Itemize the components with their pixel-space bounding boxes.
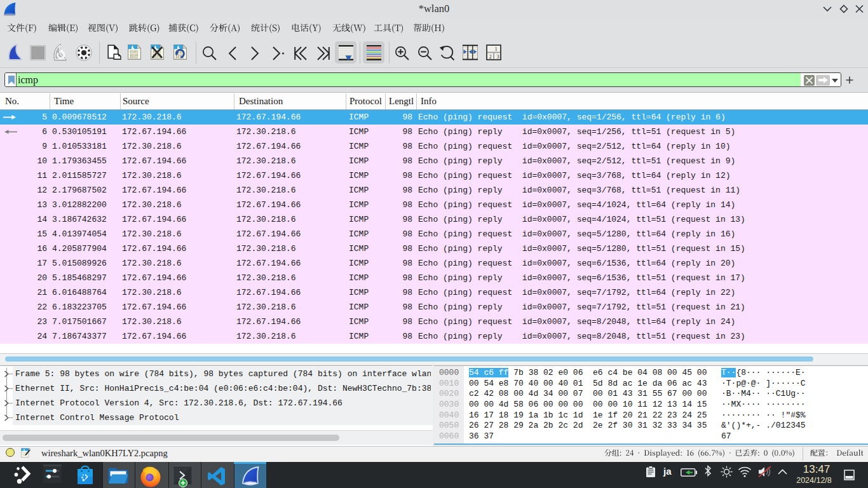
svg-text:2: 2 (489, 53, 492, 60)
svg-text:3: 3 (497, 53, 499, 60)
svg-text:1: 1 (495, 46, 498, 52)
svg-text:0111: 0111 (130, 55, 139, 60)
